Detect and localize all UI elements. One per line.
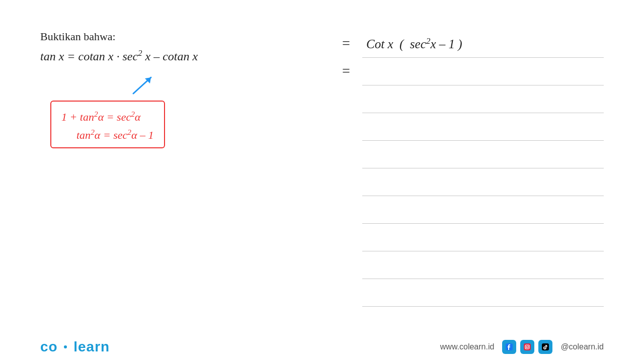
step-row-6 [342, 168, 604, 196]
instagram-icon[interactable] [520, 340, 534, 354]
step-row-7 [342, 196, 604, 224]
logo-learn: learn [73, 339, 110, 354]
svg-point-6 [529, 345, 529, 345]
tiktok-icon[interactable] [538, 340, 552, 354]
eq-label-10 [342, 279, 362, 307]
empty-line-8 [362, 224, 604, 251]
eq-label-9 [342, 251, 362, 279]
social-handle: @colearn.id [560, 342, 604, 351]
svg-rect-3 [524, 343, 531, 350]
step-row-4 [342, 113, 604, 141]
step-row-1: = Cot x ( sec2x – 1 ) [342, 30, 604, 58]
empty-line-5 [362, 141, 604, 168]
right-panel: = Cot x ( sec2x – 1 ) = [322, 30, 604, 322]
hint-line1: 1 + tan2α = sec2α [61, 110, 154, 124]
footer-url: www.colearn.id [440, 342, 495, 351]
right-lines-container: = Cot x ( sec2x – 1 ) = [342, 30, 604, 307]
logo-dot [64, 345, 67, 348]
step-row-10 [342, 279, 604, 307]
equals-2: = [342, 58, 362, 85]
hint-box: 1 + tan2α = sec2α tan2α = sec2α – 1 [50, 101, 165, 148]
blue-arrow-icon [131, 73, 156, 96]
step-row-9 [342, 251, 604, 279]
footer-right: www.colearn.id [440, 340, 604, 354]
eq-label-8 [342, 224, 362, 251]
empty-line-2 [362, 58, 604, 85]
problem-equation: tan x = cotan x · sec2 x – cotan x [40, 48, 322, 63]
main-content: Buktikan bahwa: tan x = cotan x · sec2 x… [0, 0, 644, 362]
empty-line-7 [362, 196, 604, 224]
step1-math: Cot x ( sec2x – 1 ) [366, 36, 462, 51]
facebook-icon[interactable] [502, 340, 516, 354]
empty-line-6 [362, 168, 604, 196]
empty-line-10 [362, 279, 604, 307]
step-row-5 [342, 141, 604, 168]
logo-co: co [40, 339, 58, 354]
hint-line2: tan2α = sec2α – 1 [61, 128, 154, 142]
equals-1: = [342, 30, 362, 58]
eq-label-4 [342, 113, 362, 141]
eq-label-6 [342, 168, 362, 196]
social-icons [502, 340, 552, 354]
eq-label-3 [342, 85, 362, 113]
logo: co learn [40, 339, 110, 355]
svg-rect-7 [542, 343, 549, 350]
empty-line-9 [362, 251, 604, 279]
step-row-3 [342, 85, 604, 113]
eq-label-5 [342, 141, 362, 168]
eq-label-7 [342, 196, 362, 224]
step-row-8 [342, 224, 604, 251]
step-content-1: Cot x ( sec2x – 1 ) [362, 30, 604, 58]
empty-line-4 [362, 113, 604, 141]
left-panel: Buktikan bahwa: tan x = cotan x · sec2 x… [40, 30, 322, 322]
empty-line-3 [362, 85, 604, 113]
step-row-2: = [342, 58, 604, 85]
footer: co learn www.colearn.id [0, 332, 644, 362]
problem-title: Buktikan bahwa: [40, 30, 322, 43]
